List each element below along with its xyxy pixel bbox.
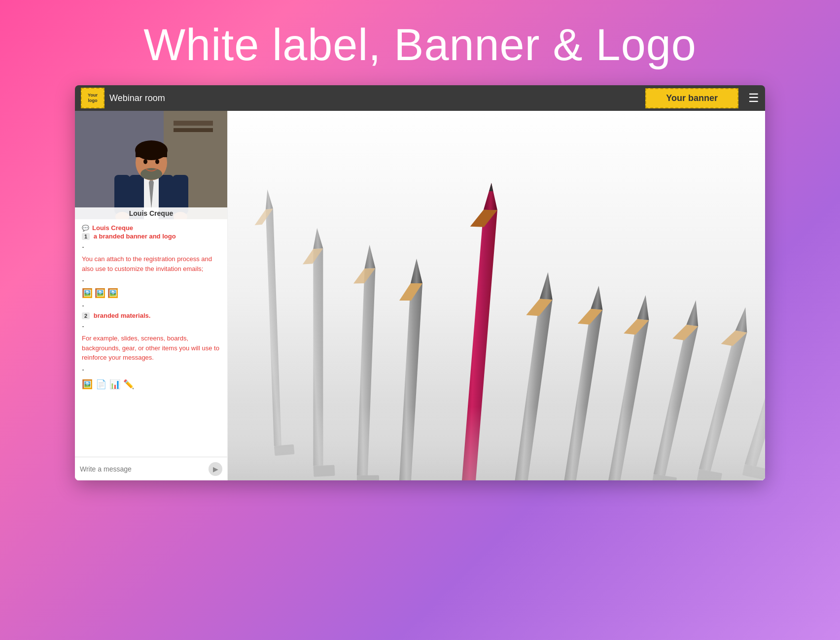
- svg-point-14: [155, 159, 159, 164]
- hamburger-icon[interactable]: ☰: [748, 91, 759, 105]
- emoji-icon-2: 🖼️: [95, 288, 105, 299]
- banner-box: Your banner: [645, 88, 738, 108]
- toolbar-chart-icon[interactable]: 📊: [109, 379, 120, 390]
- svg-rect-2: [174, 121, 213, 126]
- svg-rect-3: [174, 128, 213, 132]
- content-area: Louis Creque 💬 Louis Creque 1 a branded …: [75, 111, 765, 480]
- chat-dot2: ·: [82, 275, 220, 286]
- chat-username: 💬 Louis Creque: [82, 224, 220, 232]
- message-input-bar: ▶: [75, 457, 227, 480]
- presenter-illustration: [75, 111, 227, 219]
- message-input[interactable]: [80, 465, 205, 473]
- pencils-illustration: [228, 111, 765, 480]
- chat-step2-badge: 2: [82, 312, 90, 319]
- chat-body-text: You can attach to the registration proce…: [82, 254, 220, 273]
- page-title: White label, Banner & Logo: [143, 20, 697, 70]
- chat-dot5: ·: [82, 365, 220, 375]
- emoji-icon-1: 🖼️: [82, 288, 93, 299]
- toolbar-file-icon[interactable]: 📄: [96, 379, 106, 390]
- room-title: Webinar room: [109, 93, 640, 103]
- chat-emoji-row: 🖼️ 🖼️ 🖼️: [82, 288, 220, 299]
- svg-rect-65: [228, 406, 765, 480]
- chat-step1-row: 1 a branded banner and logo: [82, 233, 220, 240]
- main-content: [228, 111, 765, 480]
- chat-dot3: ·: [82, 301, 220, 311]
- svg-point-13: [143, 159, 147, 164]
- toolbar-pencil-icon[interactable]: ✏️: [123, 379, 134, 390]
- chat-dot4: ·: [82, 321, 220, 332]
- chat-bubble-icon: 💬: [82, 225, 89, 232]
- logo-line1: Your: [88, 93, 98, 98]
- toolbar-image-icon[interactable]: 🖼️: [82, 379, 93, 390]
- chat-item1-label: a branded banner and logo: [94, 233, 176, 240]
- send-button[interactable]: ▶: [209, 462, 222, 476]
- topbar: Your logo Webinar room Your banner ☰: [75, 85, 765, 111]
- chat-item2-label: branded materials.: [94, 312, 151, 319]
- presenter-photo: Louis Creque: [75, 111, 227, 219]
- logo-line2: logo: [88, 98, 98, 103]
- svg-rect-11: [136, 149, 167, 157]
- chat-toolbar: 🖼️ 📄 📊 ✏️: [82, 376, 220, 392]
- svg-point-12: [140, 168, 162, 180]
- sidebar: Louis Creque 💬 Louis Creque 1 a branded …: [75, 111, 228, 480]
- chat-dot1: ·: [82, 242, 220, 252]
- pencils-svg: [228, 111, 765, 480]
- chat-step1-badge: 1: [82, 233, 90, 240]
- browser-window: Your logo Webinar room Your banner ☰: [75, 85, 765, 480]
- chat-area: 💬 Louis Creque 1 a branded banner and lo…: [75, 219, 227, 457]
- chat-body2-text: For example, slides, screens, boards, ba…: [82, 334, 220, 363]
- logo-box: Your logo: [81, 88, 105, 108]
- emoji-icon-3: 🖼️: [107, 288, 118, 299]
- chat-step2-row: 2 branded materials.: [82, 312, 220, 319]
- presenter-name-bar: Louis Creque: [75, 207, 227, 219]
